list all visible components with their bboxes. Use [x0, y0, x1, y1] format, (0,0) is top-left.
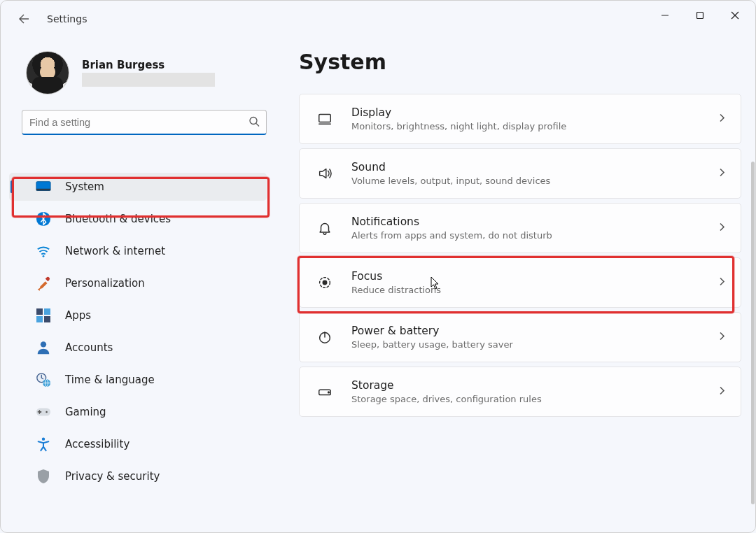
bell-icon — [315, 218, 335, 238]
minimize-button[interactable] — [649, 1, 681, 30]
svg-point-26 — [323, 280, 327, 285]
sidebar-item-apps[interactable]: Apps — [9, 301, 267, 329]
titlebar: Settings — [1, 1, 755, 37]
sidebar-item-bluetooth[interactable]: Bluetooth & devices — [9, 205, 267, 233]
chevron-right-icon — [718, 386, 725, 398]
avatar — [26, 51, 69, 94]
card-description: Reduce distractions — [351, 285, 441, 295]
monitor-icon — [36, 179, 51, 194]
shield-icon — [36, 469, 51, 484]
svg-point-30 — [328, 392, 330, 393]
scrollbar[interactable] — [751, 162, 755, 504]
card-description: Monitors, brightness, night light, displ… — [351, 121, 566, 132]
sidebar-item-label: Accessibility — [65, 438, 130, 450]
sidebar-item-label: System — [65, 180, 104, 193]
settings-card-power[interactable]: Power & batterySleep, battery usage, bat… — [299, 312, 741, 362]
chevron-right-icon — [718, 277, 725, 289]
sidebar-item-time[interactable]: Time & language — [9, 366, 267, 394]
close-button[interactable] — [719, 1, 751, 30]
settings-card-focus[interactable]: FocusReduce distractions — [299, 257, 741, 308]
chevron-right-icon — [718, 222, 725, 234]
card-title: Sound — [351, 161, 550, 174]
profile-email-redacted — [82, 73, 215, 87]
card-title: Storage — [351, 379, 542, 392]
settings-card-storage[interactable]: StorageStorage space, drives, configurat… — [299, 367, 741, 417]
card-title: Focus — [351, 270, 441, 283]
svg-rect-11 — [44, 308, 50, 315]
window-title: Settings — [47, 13, 87, 24]
card-description: Storage space, drives, configuration rul… — [351, 394, 542, 404]
maximize-button[interactable] — [684, 1, 716, 30]
card-description: Alerts from apps and system, do not dist… — [351, 230, 552, 241]
sidebar-item-label: Personalization — [65, 277, 145, 290]
sidebar-item-personalization[interactable]: Personalization — [9, 269, 267, 297]
svg-rect-23 — [319, 115, 331, 122]
svg-point-9 — [43, 255, 45, 257]
focus-icon — [315, 273, 335, 292]
wifi-icon — [36, 243, 51, 259]
settings-card-notifications[interactable]: NotificationsAlerts from apps and system… — [299, 203, 741, 253]
card-title: Display — [351, 106, 566, 120]
storage-icon — [315, 382, 335, 401]
card-title: Notifications — [351, 215, 552, 229]
svg-rect-10 — [36, 308, 43, 315]
apps-icon — [36, 308, 51, 323]
sidebar-item-accounts[interactable]: Accounts — [9, 334, 267, 362]
page-title: System — [299, 50, 741, 74]
sidebar-item-label: Gaming — [65, 406, 106, 418]
svg-rect-13 — [44, 316, 50, 322]
sidebar-item-gaming[interactable]: Gaming — [9, 398, 267, 426]
brush-icon — [36, 276, 51, 291]
sound-icon — [315, 164, 335, 183]
main-content: System DisplayMonitors, brightness, nigh… — [299, 50, 741, 532]
sidebar-item-label: Privacy & security — [65, 470, 160, 483]
display-icon — [315, 109, 335, 129]
sidebar-item-label: Network & internet — [65, 245, 165, 257]
clock-globe-icon — [36, 372, 51, 388]
profile-name: Brian Burgess — [82, 59, 215, 71]
accessibility-icon — [36, 436, 51, 452]
sidebar-item-privacy[interactable]: Privacy & security — [9, 462, 267, 490]
search-icon — [248, 116, 260, 129]
card-description: Sleep, battery usage, battery saver — [351, 339, 513, 350]
window-controls — [649, 1, 751, 30]
svg-point-14 — [41, 341, 46, 347]
settings-card-display[interactable]: DisplayMonitors, brightness, night light… — [299, 94, 741, 144]
sidebar-item-label: Accounts — [65, 341, 113, 354]
power-icon — [315, 327, 335, 347]
chevron-right-icon — [718, 332, 725, 343]
sidebar: SystemBluetooth & devicesNetwork & inter… — [1, 169, 275, 532]
svg-line-5 — [256, 124, 259, 127]
bluetooth-icon — [36, 211, 51, 227]
sidebar-item-accessibility[interactable]: Accessibility — [9, 430, 267, 458]
back-button[interactable] — [18, 13, 30, 25]
search-input[interactable] — [22, 110, 267, 135]
settings-card-sound[interactable]: SoundVolume levels, output, input, sound… — [299, 148, 741, 199]
card-title: Power & battery — [351, 325, 513, 338]
svg-rect-1 — [697, 13, 704, 19]
chevron-right-icon — [718, 113, 725, 125]
svg-rect-21 — [38, 411, 42, 412]
chevron-right-icon — [718, 168, 725, 180]
svg-point-4 — [250, 118, 257, 125]
sidebar-item-label: Apps — [65, 309, 91, 322]
svg-rect-12 — [36, 316, 43, 322]
gamepad-icon — [36, 404, 51, 420]
search-container — [22, 110, 267, 135]
person-icon — [36, 340, 51, 355]
card-description: Volume levels, output, input, sound devi… — [351, 176, 550, 186]
svg-rect-7 — [36, 189, 50, 191]
sidebar-item-label: Time & language — [65, 374, 155, 386]
sidebar-item-label: Bluetooth & devices — [65, 213, 171, 225]
svg-point-19 — [46, 411, 48, 413]
svg-point-22 — [42, 437, 45, 440]
sidebar-item-network[interactable]: Network & internet — [9, 237, 267, 265]
sidebar-item-system[interactable]: System — [9, 173, 267, 201]
